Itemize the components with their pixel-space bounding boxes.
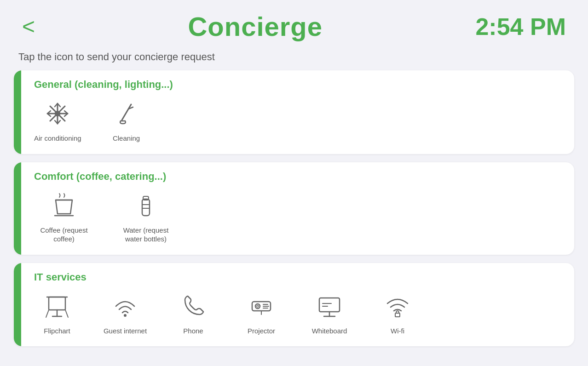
current-time: 2:54 PM [475,13,566,40]
svg-rect-27 [319,298,340,312]
guest-internet-icon [110,291,141,322]
service-item-coffee[interactable]: Coffee (request coffee) [34,190,94,244]
flipchart-label: Flipchart [44,326,70,336]
air-conditioning-label: Air conditioning [34,134,81,143]
svg-rect-13 [49,297,65,310]
whiteboard-label: Whiteboard [312,326,347,336]
section-comfort: Comfort (coffee, catering...) Coffee (re… [14,162,574,255]
section-general-title: General (cleaning, lighting...) [34,79,560,91]
svg-rect-32 [395,313,400,317]
wifi-label: Wi-fi [391,326,404,336]
svg-point-22 [257,305,259,307]
service-item-projector[interactable]: Projector [238,291,284,336]
header: < Concierge 2:54 PM [0,0,588,49]
wifi-icon [382,291,413,322]
air-conditioning-icon [42,98,73,129]
svg-line-17 [46,310,49,317]
general-items-row: Air conditioning Cleaning [34,98,560,143]
service-item-cleaning[interactable]: Cleaning [104,98,150,143]
cleaning-label: Cleaning [113,134,140,143]
water-label: Water (request water bottles) [116,226,176,244]
subtitle-text: Tap the icon to send your concierge requ… [0,49,588,70]
coffee-icon [48,190,80,221]
service-item-guest-internet[interactable]: Guest internet [102,291,148,336]
service-item-whiteboard[interactable]: Whiteboard [306,291,352,336]
guest-internet-label: Guest internet [104,326,147,336]
water-icon [130,190,161,221]
section-it-services: IT services Flipchart [14,263,574,347]
comfort-items-row: Coffee (request coffee) Water (request w… [34,190,560,244]
section-it-services-title: IT services [34,271,560,283]
svg-line-18 [65,310,68,317]
projector-icon [246,291,277,322]
svg-line-5 [122,104,131,120]
service-item-wifi[interactable]: Wi-fi [375,291,421,336]
coffee-label: Coffee (request coffee) [34,226,94,244]
page-title: Concierge [188,11,323,42]
phone-label: Phone [183,326,203,336]
it-items-row: Flipchart Guest internet Pho [34,291,560,336]
section-general: General (cleaning, lighting...) [14,70,574,154]
svg-point-21 [255,304,260,309]
service-item-water[interactable]: Water (request water bottles) [116,190,176,244]
service-item-air-conditioning[interactable]: Air conditioning [34,98,81,143]
flipchart-icon [41,291,73,322]
section-comfort-title: Comfort (coffee, catering...) [34,171,560,183]
cleaning-icon [111,98,142,129]
back-button[interactable]: < [22,16,35,38]
service-item-flipchart[interactable]: Flipchart [34,291,80,336]
projector-label: Projector [248,326,275,336]
whiteboard-icon [314,291,345,322]
phone-icon [178,291,209,322]
svg-rect-9 [142,199,150,216]
svg-point-19 [124,314,127,317]
service-item-phone[interactable]: Phone [170,291,216,336]
